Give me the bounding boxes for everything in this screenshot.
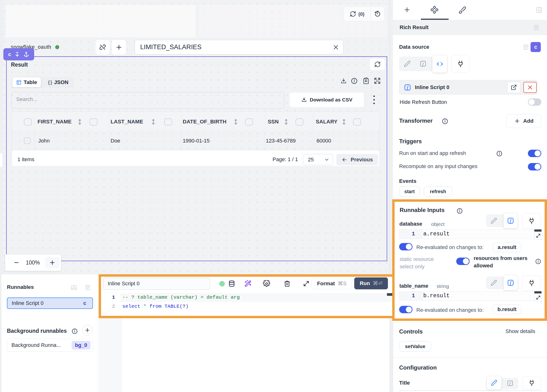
svg-text:f: f bbox=[510, 281, 512, 285]
svg-text:f: f bbox=[422, 62, 424, 66]
svg-text:f: f bbox=[510, 218, 512, 223]
svg-text:f: f bbox=[407, 85, 409, 90]
svg-text:f: f bbox=[510, 381, 511, 385]
